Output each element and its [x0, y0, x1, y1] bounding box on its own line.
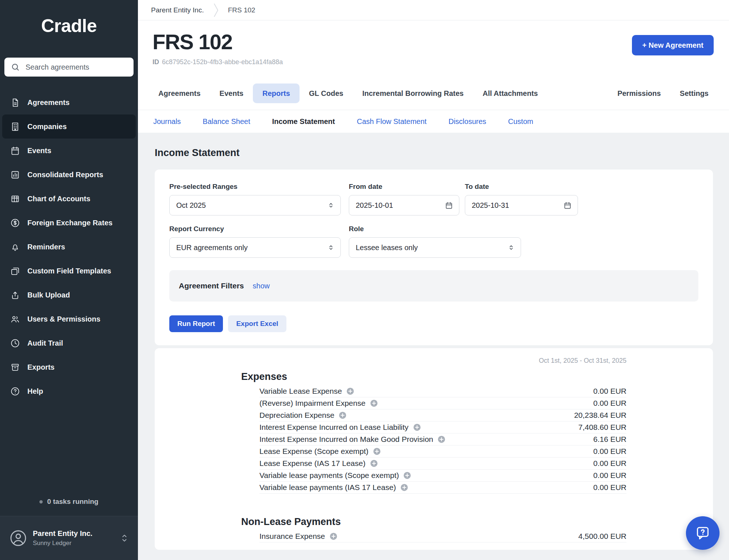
sidebar-item-label: Companies — [27, 122, 67, 131]
chevron-updown-icon — [120, 533, 128, 543]
app-logo: Cradle — [0, 15, 138, 36]
tab-all-attachments[interactable]: All Attachments — [473, 83, 548, 103]
subtab-disclosures[interactable]: Disclosures — [448, 117, 486, 126]
sidebar-item-label: Custom Field Templates — [27, 267, 111, 275]
report-row-label-group: (Reverse) Impairment Expense — [259, 399, 378, 408]
plus-icon[interactable] — [346, 387, 354, 395]
tab-reports[interactable]: Reports — [253, 83, 300, 103]
plus-icon[interactable] — [403, 471, 411, 479]
breadcrumb-parent[interactable]: Parent Entity Inc. — [151, 6, 204, 14]
sidebar-item-label: Help — [27, 387, 43, 396]
sidebar-item-audit-trail[interactable]: Audit Trail — [2, 331, 136, 355]
breadcrumb-current: FRS 102 — [228, 6, 255, 14]
plus-icon[interactable] — [370, 459, 378, 467]
report-row: Variable Lease Expense 0.00 EUR — [259, 385, 626, 397]
plus-icon[interactable] — [339, 411, 347, 419]
sidebar-item-agreements[interactable]: Agreements — [2, 90, 136, 114]
plus-icon[interactable] — [400, 483, 408, 491]
sidebar-item-label: Exports — [27, 363, 54, 372]
tab-incremental-borrowing-rates[interactable]: Incremental Borrowing Rates — [353, 83, 473, 103]
report-row-label: Interest Expense Incurred on Lease Liabi… — [259, 423, 409, 432]
filter-row-dates: Pre-selected Ranges Oct 2025 From date 2… — [169, 183, 698, 215]
run-report-button[interactable]: Run Report — [169, 315, 223, 332]
help-chat-button[interactable] — [686, 516, 720, 550]
content: Income Statement Pre-selected Ranges Oct… — [138, 133, 729, 560]
sidebar: Cradle Agreements Companies Events Conso… — [0, 0, 138, 560]
bar-chart-icon — [10, 170, 20, 180]
sidebar-item-help[interactable]: Help — [2, 379, 136, 403]
range-select[interactable]: Oct 2025 — [169, 195, 341, 215]
upload-icon — [10, 290, 20, 300]
table-icon — [10, 194, 20, 204]
report-row-value: 20,238.64 EUR — [574, 411, 626, 420]
new-agreement-button[interactable]: + New Agreement — [632, 35, 714, 55]
from-date-input[interactable]: 2025-10-01 — [349, 195, 459, 215]
search-input[interactable] — [4, 58, 134, 77]
sidebar-item-label: Foreign Exchange Rates — [27, 219, 112, 227]
breadcrumb: Parent Entity Inc. FRS 102 — [138, 0, 729, 20]
account-name: Parent Entity Inc. — [33, 529, 92, 538]
report-row: Variable lease payments (Scope exempt) 0… — [259, 470, 626, 482]
sidebar-item-chart-of-accounts[interactable]: Chart of Accounts — [2, 187, 136, 211]
report-row-label-group: Interest Expense Incurred on Lease Liabi… — [259, 423, 421, 432]
sidebar-item-foreign-exchange-rates[interactable]: Foreign Exchange Rates — [2, 211, 136, 235]
tab-events[interactable]: Events — [210, 83, 253, 103]
sidebar-nav: Agreements Companies Events Consolidated… — [0, 90, 138, 403]
export-excel-button[interactable]: Export Excel — [228, 315, 286, 332]
sidebar-item-consolidated-reports[interactable]: Consolidated Reports — [2, 163, 136, 187]
plus-icon[interactable] — [329, 532, 338, 540]
tab-agreements[interactable]: Agreements — [149, 83, 210, 103]
report-row-value: 0.00 EUR — [593, 447, 626, 456]
report-row-label: Lease Expense (IAS 17 Lease) — [259, 459, 366, 468]
report-row-label: Depreciation Expense — [259, 411, 334, 420]
sidebar-item-bulk-upload[interactable]: Bulk Upload — [2, 283, 136, 307]
subtab-custom[interactable]: Custom — [508, 117, 533, 126]
range-field: Pre-selected Ranges Oct 2025 — [169, 183, 341, 215]
sidebar-item-label: Consolidated Reports — [27, 171, 103, 179]
tab-permissions[interactable]: Permissions — [608, 83, 670, 103]
account-switcher[interactable]: Parent Entity Inc. Sunny Ledger — [0, 516, 138, 560]
report-row: Insurance Expense 4,500.00 EUR — [259, 530, 626, 542]
status-dot-icon — [39, 500, 43, 503]
from-date-label: From date — [349, 183, 459, 191]
subtab-income-statement[interactable]: Income Statement — [272, 117, 335, 126]
sidebar-item-users-permissions[interactable]: Users & Permissions — [2, 307, 136, 331]
help-icon — [10, 386, 20, 396]
sidebar-item-custom-field-templates[interactable]: Custom Field Templates — [2, 259, 136, 283]
to-date-input[interactable]: 2025-10-31 — [465, 195, 578, 215]
report-row-value: 0.00 EUR — [593, 471, 626, 480]
currency-select[interactable]: EUR agreements only — [169, 237, 341, 258]
agreement-filters-bar: Agreement Filters show — [169, 270, 698, 302]
calendar-icon — [563, 201, 572, 210]
sidebar-item-reminders[interactable]: Reminders — [2, 235, 136, 259]
role-select[interactable]: Lessee leases only — [349, 237, 521, 258]
plus-icon[interactable] — [437, 435, 446, 443]
bell-icon — [10, 242, 20, 252]
sidebar-item-events[interactable]: Events — [2, 139, 136, 163]
sidebar-item-companies[interactable]: Companies — [2, 114, 136, 139]
to-date-field: To date 2025-10-31 — [465, 183, 578, 215]
main: Parent Entity Inc. FRS 102 FRS 102 ID6c8… — [138, 0, 729, 560]
breadcrumb-separator-icon — [213, 3, 219, 18]
range-value: Oct 2025 — [176, 201, 206, 210]
subtab-cash-flow-statement[interactable]: Cash Flow Statement — [357, 117, 427, 126]
plus-icon[interactable] — [370, 399, 378, 407]
subtab-journals[interactable]: Journals — [153, 117, 181, 126]
plus-icon[interactable] — [373, 447, 381, 455]
tab-gl-codes[interactable]: GL Codes — [300, 83, 353, 103]
report-row: Interest Expense Incurred on Lease Liabi… — [259, 421, 626, 433]
sidebar-item-exports[interactable]: Exports — [2, 355, 136, 379]
tasks-status: 0 tasks running — [0, 498, 138, 506]
report-row: Depreciation Expense 20,238.64 EUR — [259, 409, 626, 421]
show-filters-link[interactable]: show — [253, 282, 270, 290]
report-row-label-group: Lease Expense (Scope exempt) — [259, 447, 381, 456]
sidebar-item-label: Reminders — [27, 243, 65, 251]
tab-settings[interactable]: Settings — [670, 83, 718, 103]
plus-icon[interactable] — [413, 423, 421, 431]
entity-id-value: 6c87952c-152b-4fb3-abbe-ebc1a14fa88a — [162, 58, 283, 66]
report-row-value: 0.00 EUR — [593, 399, 626, 408]
subtab-balance-sheet[interactable]: Balance Sheet — [203, 117, 250, 126]
agreement-filters-label: Agreement Filters — [179, 281, 244, 290]
report-row-label: Lease Expense (Scope exempt) — [259, 447, 369, 456]
report-row-label: Variable lease payments (IAS 17 Lease) — [259, 483, 396, 492]
